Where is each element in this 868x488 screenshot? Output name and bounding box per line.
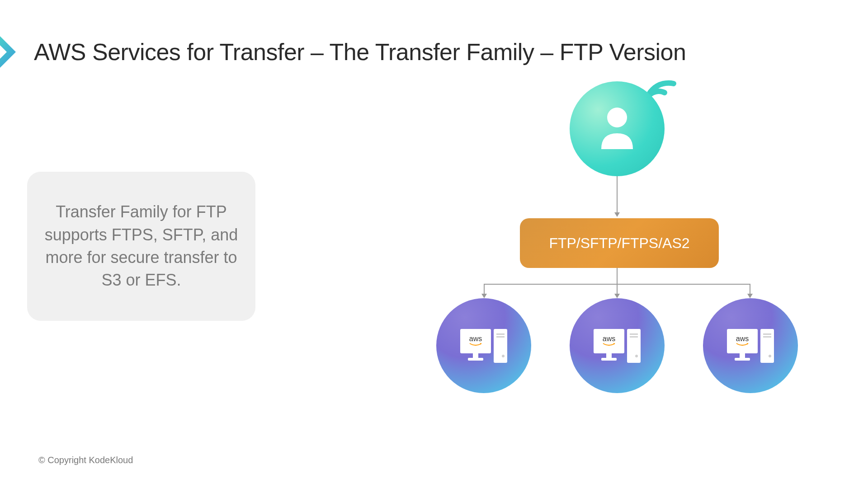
aws-server-node: aws xyxy=(570,298,665,393)
aws-label: aws xyxy=(603,335,615,343)
user-icon xyxy=(594,104,640,154)
copyright-text: © Copyright KodeKloud xyxy=(38,455,133,465)
svg-point-1 xyxy=(607,108,627,127)
chevron-decoration xyxy=(0,36,18,68)
aws-server-node: aws xyxy=(436,298,531,393)
aws-label: aws xyxy=(736,335,749,343)
protocol-label: FTP/SFTP/FTPS/AS2 xyxy=(549,235,689,252)
arrow-head-icon xyxy=(614,212,620,217)
arrow-head-icon xyxy=(614,294,620,298)
aws-label: aws xyxy=(469,335,482,343)
server-icon: aws xyxy=(594,329,641,363)
architecture-diagram: FTP/SFTP/FTPS/AS2 aws aws xyxy=(425,81,818,407)
protocol-box: FTP/SFTP/FTPS/AS2 xyxy=(520,218,719,268)
page-title: AWS Services for Transfer – The Transfer… xyxy=(34,38,686,66)
connector-line xyxy=(617,176,618,212)
server-icon: aws xyxy=(727,329,774,363)
info-box: Transfer Family for FTP supports FTPS, S… xyxy=(27,172,255,321)
arrow-head-icon xyxy=(481,294,487,298)
arrow-head-icon xyxy=(747,294,753,298)
server-icon: aws xyxy=(460,329,507,363)
connector-line xyxy=(617,268,618,284)
user-node xyxy=(570,81,665,176)
info-text: Transfer Family for FTP supports FTPS, S… xyxy=(41,201,242,292)
aws-server-node: aws xyxy=(703,298,798,393)
